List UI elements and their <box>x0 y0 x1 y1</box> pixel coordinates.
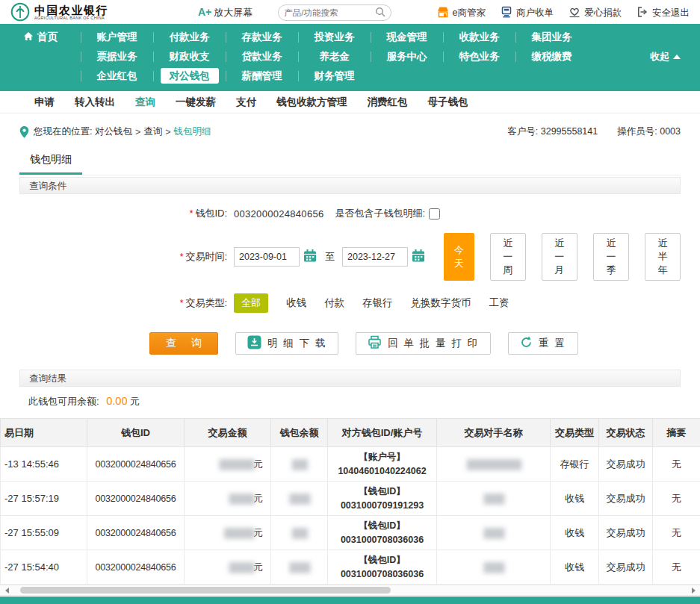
search-button[interactable]: 查 询 <box>149 332 218 355</box>
scrollbar-right-arrow-icon[interactable] <box>687 585 700 596</box>
cell-summary: 无 <box>653 516 700 550</box>
date-to-input[interactable] <box>342 247 408 267</box>
col-header-date: 易日期 <box>1 419 87 447</box>
type-deposit-bank-option[interactable]: 存银行 <box>362 296 393 310</box>
date-to-calendar-button[interactable] <box>411 249 426 266</box>
range-quarter-button[interactable]: 近一季 <box>593 233 629 281</box>
location-pin-icon <box>19 126 29 138</box>
type-receive-option[interactable]: 收钱 <box>286 296 306 310</box>
nav-item-tax[interactable]: 缴税缴费 <box>532 51 572 62</box>
nav-item-investment[interactable]: 投资业务 <box>315 31 355 43</box>
quicklink-eshop[interactable]: e商管家 <box>437 6 486 20</box>
cell-date: -13 14:55:46 <box>1 447 87 482</box>
logout-icon <box>636 6 648 20</box>
range-half-year-button[interactable]: 近半年 <box>645 233 681 281</box>
breadcrumb-prefix: 您现在的位置: <box>34 125 92 138</box>
reset-button[interactable]: 重 置 <box>508 332 578 355</box>
col-header-wallet-id: 钱包ID <box>87 419 185 447</box>
breadcrumb-query[interactable]: 查询 <box>143 125 162 138</box>
col-header-amount: 交易金额 <box>185 419 271 447</box>
col-header-summary: 摘要 <box>653 419 700 447</box>
breadcrumb-current: 钱包明细 <box>174 125 211 138</box>
required-asterisk: * <box>180 252 184 262</box>
cell-summary: 无 <box>653 482 700 516</box>
cell-status: 交易成功 <box>599 516 653 550</box>
balance-value: 0.00 <box>106 395 127 407</box>
nav-item-finance-mgmt[interactable]: 财务管理 <box>315 70 355 81</box>
breadcrumb-wallet[interactable]: 对公钱包 <box>95 125 132 138</box>
type-exchange-digital-currency-option[interactable]: 兑换数字货币 <box>411 296 471 310</box>
quicklink-merchant-acquiring[interactable]: 商户收单 <box>501 6 554 20</box>
subnav-parent-child-wallet[interactable]: 母子钱包 <box>428 96 468 109</box>
quick-links: e商管家 商户收单 爱心捐款 安全退出 <box>437 6 690 20</box>
date-from-input[interactable] <box>234 247 300 267</box>
nav-item-loans[interactable]: 贷款业务 <box>242 51 282 62</box>
table-horizontal-scrollbar <box>0 585 700 596</box>
subnav-consume-red-packet[interactable]: 消费红包 <box>368 96 408 109</box>
estore-icon <box>437 6 449 20</box>
wallet-id-value: 0032000024840656 <box>234 208 323 220</box>
scrollbar-track[interactable] <box>13 586 687 594</box>
nav-item-red-packet[interactable]: 企业红包 <box>97 70 137 81</box>
col-header-balance: 钱包余额 <box>271 419 328 447</box>
nav-item-account-mgmt[interactable]: 账户管理 <box>97 31 137 43</box>
scrollbar-thumb[interactable] <box>20 587 391 594</box>
cell-status: 交易成功 <box>599 550 653 585</box>
subnav-apply[interactable]: 申请 <box>34 96 55 109</box>
type-salary-option[interactable]: 工资 <box>489 296 509 310</box>
nav-home[interactable]: 首页 <box>23 31 58 44</box>
col-header-type: 交易类型 <box>551 419 599 447</box>
quicklink-donation[interactable]: 爱心捐款 <box>569 6 622 20</box>
search-input[interactable] <box>284 8 375 17</box>
nav-collapse-button[interactable]: 收起 <box>650 50 681 63</box>
nav-item-corporate-wallet[interactable]: 对公钱包 <box>161 68 219 84</box>
wallet-sub-navigation: 申请 转入转出 查询 一键发薪 支付 钱包收款方管理 消费红包 母子钱包 <box>0 91 700 113</box>
main-navigation: 首页 账户管理 付款业务 存款业务 投资业务 现金管理 收款业务 集团业务 票据… <box>0 24 700 91</box>
nav-item-service-center[interactable]: 服务中心 <box>387 51 427 62</box>
subnav-transfer[interactable]: 转入转出 <box>75 96 115 109</box>
table-header-row: 易日期 钱包ID 交易金额 钱包余额 对方钱包ID/账户号 交易对手名称 交易类… <box>1 419 700 447</box>
customer-no-value: 32995558141 <box>541 126 598 137</box>
cell-status: 交易成功 <box>599 447 653 482</box>
cell-balance: ████ <box>271 550 328 585</box>
col-header-counterparty-name: 交易对手名称 <box>437 419 551 447</box>
nav-item-payroll[interactable]: 薪酬管理 <box>242 70 282 81</box>
include-sub-wallet-checkbox[interactable] <box>429 208 440 220</box>
nav-item-group-biz[interactable]: 集团业务 <box>532 31 572 43</box>
nav-item-featured-biz[interactable]: 特色业务 <box>459 51 500 62</box>
download-detail-button[interactable]: 明 细 下 载 <box>235 332 338 355</box>
tab-wallet-detail[interactable]: 钱包明细 <box>19 149 82 175</box>
cell-counterparty-name: ████ <box>437 482 551 516</box>
table-row: -27 15:54:40 0032000024840656 █████元 ███… <box>1 550 700 585</box>
date-from-calendar-button[interactable] <box>303 249 318 266</box>
batch-print-receipt-button[interactable]: 回 单 批 量 打 印 <box>356 332 491 355</box>
type-pay-option[interactable]: 付款 <box>324 296 344 310</box>
scrollbar-left-arrow-icon[interactable] <box>0 585 13 596</box>
nav-item-cash-mgmt[interactable]: 现金管理 <box>387 31 427 43</box>
operator-no-value: 0003 <box>660 126 681 137</box>
nav-item-collection[interactable]: 收款业务 <box>459 31 500 43</box>
nav-item-fiscal[interactable]: 财政收支 <box>170 51 210 62</box>
range-week-button[interactable]: 近一周 <box>490 233 526 281</box>
subnav-one-click-payroll[interactable]: 一键发薪 <box>176 96 216 109</box>
type-all-button[interactable]: 全部 <box>234 293 268 313</box>
required-asterisk: * <box>180 298 184 308</box>
search-icon[interactable] <box>375 7 385 19</box>
nav-item-payment[interactable]: 付款业务 <box>170 31 210 43</box>
range-month-button[interactable]: 近一月 <box>542 233 577 281</box>
nav-item-deposit[interactable]: 存款业务 <box>242 31 282 43</box>
nav-item-bills[interactable]: 票据业务 <box>97 51 137 62</box>
nav-item-pension[interactable]: 养老金 <box>319 51 350 62</box>
table-row: -27 15:57:19 0032000024840656 █████元 ███… <box>1 482 700 516</box>
subnav-pay[interactable]: 支付 <box>236 96 256 109</box>
zoom-screen-link[interactable]: A+放大屏幕 <box>198 6 253 19</box>
product-search[interactable] <box>278 4 391 21</box>
subnav-payee-mgmt[interactable]: 钱包收款方管理 <box>276 96 347 109</box>
transaction-type-label: *交易类型: <box>19 296 227 310</box>
include-sub-wallet-label: 是否包含子钱包明细: <box>335 207 425 220</box>
range-today-button[interactable]: 今天 <box>444 233 474 281</box>
calendar-icon <box>303 249 318 266</box>
quicklink-logout[interactable]: 安全退出 <box>636 6 690 20</box>
required-asterisk: * <box>190 208 193 219</box>
subnav-query[interactable]: 查询 <box>135 96 155 109</box>
